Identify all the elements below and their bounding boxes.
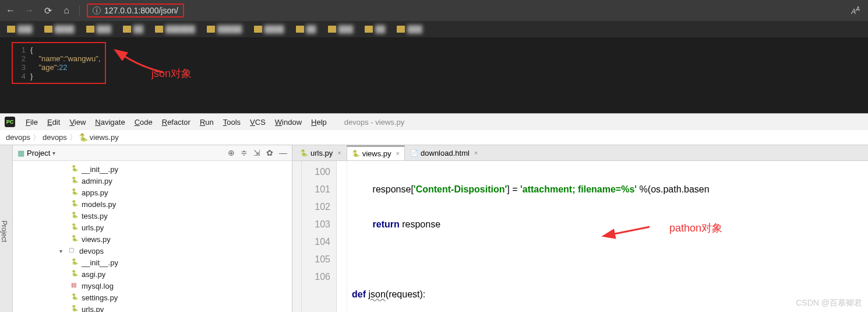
back-button[interactable]: ← [5,5,16,16]
menu-refactor[interactable]: Refactor [157,117,195,128]
python-file-icon: 🐍 [352,150,360,157]
tree-file[interactable]: 🐍urls.py [13,303,292,312]
annotation-python-label: pathon对象 [669,221,722,235]
tree-file[interactable]: 🐍views.py [13,233,292,245]
json-viewer: 1{ 2 "name": "wangwu", 3 "age": 22 4} js… [0,37,868,113]
tree-item-label: urls.py [82,305,104,312]
tree-file[interactable]: 🐍asgi.py [13,268,292,280]
menu-run[interactable]: Run [195,117,218,128]
bookmark-item[interactable]: ███ [86,25,112,33]
menu-file[interactable]: File [21,117,43,128]
breadcrumb-item[interactable]: devops [43,133,67,142]
tree-file[interactable]: 🐍models.py [13,198,292,210]
home-button[interactable]: ⌂ [61,5,72,16]
json-content-box: 1{ 2 "name": "wangwu", 3 "age": 22 4} [12,42,106,84]
close-icon[interactable]: × [474,149,478,156]
bookmark-item[interactable]: █████ [207,25,242,33]
tree-item-label: asgi.py [82,270,105,279]
python-file-icon: 🐍 [71,258,79,267]
tool-window-strip[interactable]: Project [0,145,13,312]
bookmark-item[interactable]: ████ [254,25,284,33]
url-text: 127.0.0.1:8000/json/ [104,6,178,15]
editor-tab[interactable]: 🐍views.py× [347,145,405,160]
ide-window-title: devops - views.py [344,118,404,127]
bookmark-item[interactable]: ██ [123,25,143,33]
python-file-icon: 🐍 [71,177,79,185]
python-file-icon: 🐍 [71,188,79,197]
python-file-icon: 🐍 [71,212,79,220]
close-icon[interactable]: × [337,149,341,156]
browser-toolbar: ← → ⟳ ⌂ i 127.0.0.1:8000/json/ AA [0,0,868,21]
line-number: 106 [302,268,330,286]
project-dropdown-icon[interactable]: ▦ [17,149,24,157]
address-bar[interactable]: i 127.0.0.1:8000/json/ [87,3,184,17]
tree-file[interactable]: 🐍admin.py [13,175,292,187]
menu-window[interactable]: Window [270,117,306,128]
tree-file[interactable]: 🐍urls.py [13,222,292,233]
breadcrumb: devops 〉 devops 〉 🐍 views.py [0,130,868,145]
project-label: Project [27,149,50,157]
forward-button[interactable]: → [23,5,35,16]
python-file-icon: 🐍 [71,165,79,173]
tree-file[interactable]: 🐍__init__.py [13,257,292,268]
target-icon[interactable]: ⊕ [228,148,235,157]
editor-tabs: 🐍urls.py×🐍views.py×📄download.html× [292,145,868,161]
tree-item-label: models.py [82,200,116,209]
menu-edit[interactable]: Edit [43,117,65,128]
tree-file[interactable]: 🐍apps.py [13,187,292,198]
menu-vcs[interactable]: VCS [245,117,270,128]
tree-file[interactable]: 🐍tests.py [13,210,292,222]
tree-item-label: tests.py [82,212,108,220]
menu-code[interactable]: Code [130,117,157,128]
project-panel: ▦ Project ▾ ⊕ ≑ ⇲ ✿ — 🐍__init__.py🐍admin… [13,145,292,312]
bookmark-item[interactable]: ███ [397,25,422,33]
tab-label: download.html [421,149,470,157]
python-file-icon: 🐍 [79,134,87,142]
bookmark-item[interactable]: ██ [296,25,316,33]
editor-area: 🐍urls.py×🐍views.py×📄download.html× 10010… [292,145,868,312]
ide-menubar: PC FileEditViewNavigateCodeRefactorRunTo… [0,114,868,130]
python-file-icon: 🐍 [71,293,79,302]
bookmark-item[interactable]: ██ [365,25,385,33]
html-file-icon: 📄 [410,149,418,157]
tree-folder[interactable]: ▾▢devops [13,245,292,257]
reload-button[interactable]: ⟳ [42,5,54,16]
tree-file[interactable]: 🐍settings.py [13,292,292,303]
chevron-right-icon: 〉 [33,132,40,143]
line-number: 105 [302,251,330,268]
tree-item-label: __init__.py [82,165,118,174]
chevron-down-icon: ▾ [59,248,66,254]
tab-label: views.py [362,149,391,158]
chevron-down-icon[interactable]: ▾ [52,150,55,156]
menu-navigate[interactable]: Navigate [90,117,129,128]
editor-tab[interactable]: 🐍urls.py× [295,145,347,160]
gear-icon[interactable]: ✿ [266,148,273,157]
collapse-icon[interactable]: ≑ [241,148,248,157]
tab-label: urls.py [310,149,333,157]
editor-tab[interactable]: 📄download.html× [405,145,483,160]
tree-item-label: views.py [82,235,111,244]
tree-item-label: urls.py [82,223,104,232]
breadcrumb-item[interactable]: views.py [90,133,119,142]
line-number: 102 [302,198,330,216]
text-size-icon[interactable]: AA [851,6,860,16]
code-editor[interactable]: 100101102103104105106 response['Content-… [292,161,868,312]
bookmark-item[interactable]: ████ [44,25,75,33]
project-tool-tab[interactable]: Project [0,220,8,242]
breadcrumb-item[interactable]: devops [6,133,30,142]
tree-file[interactable]: 🐍__init__.py [13,163,292,175]
expand-icon[interactable]: ⇲ [253,148,260,157]
menu-help[interactable]: Help [306,117,331,128]
line-number: 100 [302,163,330,181]
project-panel-header: ▦ Project ▾ ⊕ ≑ ⇲ ✿ — [13,145,292,161]
bookmark-item[interactable]: ███ [328,25,354,33]
menu-view[interactable]: View [65,117,90,128]
menu-tools[interactable]: Tools [218,117,245,128]
bookmark-item[interactable]: ███ [7,25,33,33]
bookmark-item[interactable]: ██████ [155,25,195,33]
tree-file[interactable]: ▤mysql.log [13,280,292,292]
watermark-text: CSDN @百慕卿君 [796,298,862,309]
close-icon[interactable]: × [396,150,400,157]
hide-icon[interactable]: — [279,148,287,157]
project-tree[interactable]: 🐍__init__.py🐍admin.py🐍apps.py🐍models.py🐍… [13,161,292,312]
